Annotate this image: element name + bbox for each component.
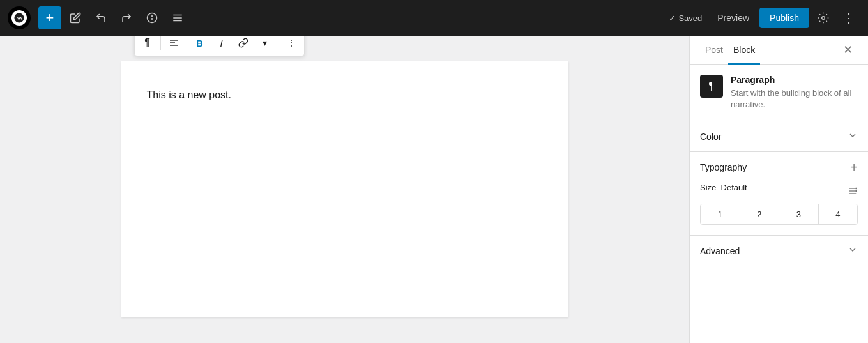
tab-post[interactable]: Post bbox=[700, 36, 728, 65]
svg-point-6 bbox=[822, 17, 825, 20]
post-content[interactable]: This is a new post. bbox=[147, 87, 543, 103]
check-icon: ✓ bbox=[669, 13, 676, 23]
color-panel-header[interactable]: Color bbox=[690, 121, 868, 151]
size-selector: 1 2 3 4 bbox=[700, 204, 858, 225]
link-button[interactable] bbox=[233, 36, 254, 53]
bold-icon: B bbox=[196, 38, 203, 49]
size-option-1[interactable]: 1 bbox=[701, 204, 740, 224]
advanced-panel-title: Advanced bbox=[700, 246, 740, 256]
size-option-2[interactable]: 2 bbox=[740, 204, 780, 224]
more-rich-text-button[interactable]: ▾ bbox=[255, 36, 275, 53]
paragraph-icon: ¶ bbox=[144, 37, 150, 49]
settings-button[interactable] bbox=[812, 6, 835, 29]
paragraph-type-button[interactable]: ¶ bbox=[137, 36, 158, 53]
size-row: Size Default bbox=[700, 183, 858, 199]
size-option-4[interactable]: 4 bbox=[819, 204, 858, 224]
sidebar-tabs: Post Block ✕ bbox=[690, 36, 868, 65]
dropdown-arrow-icon: ▾ bbox=[263, 38, 267, 48]
typography-add-icon[interactable]: + bbox=[850, 161, 858, 174]
redo-button[interactable] bbox=[115, 6, 138, 29]
size-controls-button[interactable] bbox=[848, 186, 858, 196]
toolbar-divider-3 bbox=[278, 36, 278, 50]
add-block-button[interactable]: + bbox=[38, 6, 61, 29]
top-toolbar: + ✓ Saved Previ bbox=[0, 0, 868, 36]
size-text: Size bbox=[700, 183, 716, 192]
more-icon: ⋮ bbox=[842, 10, 855, 26]
wordpress-logo[interactable] bbox=[8, 6, 31, 29]
editor-area: ⌶ ⌶ ↑↑ ¶ B bbox=[0, 36, 689, 343]
undo-button[interactable] bbox=[89, 6, 112, 29]
align-button[interactable] bbox=[164, 36, 184, 53]
size-default-text: Default bbox=[721, 183, 747, 192]
main-area: ⌶ ⌶ ↑↑ ¶ B bbox=[0, 36, 868, 343]
block-info-text: Paragraph Start with the building block … bbox=[731, 75, 858, 111]
paragraph-block-icon: ¶ bbox=[708, 80, 715, 93]
size-label: Size Default bbox=[700, 183, 747, 192]
italic-button[interactable]: I bbox=[211, 36, 232, 53]
block-name-label: Paragraph bbox=[731, 75, 858, 85]
typography-panel-header[interactable]: Typography + bbox=[690, 152, 868, 183]
typography-panel-content: Size Default 1 bbox=[690, 183, 868, 235]
publish-button[interactable]: Publish bbox=[759, 8, 809, 28]
toolbar-divider-2 bbox=[187, 36, 187, 50]
saved-text: Saved bbox=[678, 13, 702, 23]
block-description: Start with the building block of all nar… bbox=[731, 88, 858, 111]
tab-block[interactable]: Block bbox=[728, 36, 760, 65]
preview-button[interactable]: Preview bbox=[710, 9, 757, 27]
more-options-button[interactable]: ⋮ bbox=[837, 6, 860, 29]
more-icon: ⋮ bbox=[287, 38, 296, 48]
typography-panel: Typography + Size Default bbox=[690, 152, 868, 236]
block-info-section: ¶ Paragraph Start with the building bloc… bbox=[690, 65, 868, 121]
bold-button[interactable]: B bbox=[190, 36, 210, 53]
sidebar: Post Block ✕ ¶ Paragraph Start with the … bbox=[689, 36, 868, 343]
advanced-panel-header[interactable]: Advanced bbox=[690, 236, 868, 266]
close-icon: ✕ bbox=[843, 43, 853, 57]
typography-panel-title: Typography bbox=[700, 162, 747, 172]
editor-content[interactable]: ⌶ ⌶ ↑↑ ¶ B bbox=[121, 61, 568, 317]
color-panel: Color bbox=[690, 121, 868, 152]
block-more-button[interactable]: ⋮ bbox=[281, 36, 301, 53]
list-view-button[interactable] bbox=[166, 6, 189, 29]
advanced-chevron-icon bbox=[848, 245, 858, 257]
advanced-panel: Advanced bbox=[690, 236, 868, 266]
block-type-icon: ¶ bbox=[700, 75, 723, 98]
color-chevron-icon bbox=[848, 130, 858, 142]
sidebar-close-button[interactable]: ✕ bbox=[837, 40, 858, 60]
size-option-3[interactable]: 3 bbox=[779, 204, 819, 224]
color-panel-title: Color bbox=[700, 132, 721, 142]
info-button[interactable] bbox=[141, 6, 164, 29]
toolbar-divider-1 bbox=[160, 36, 161, 50]
edit-button[interactable] bbox=[64, 6, 87, 29]
italic-icon: I bbox=[220, 38, 222, 49]
saved-indicator: ✓ Saved bbox=[669, 13, 702, 23]
block-formatting-toolbar: ¶ B I bbox=[134, 36, 305, 56]
